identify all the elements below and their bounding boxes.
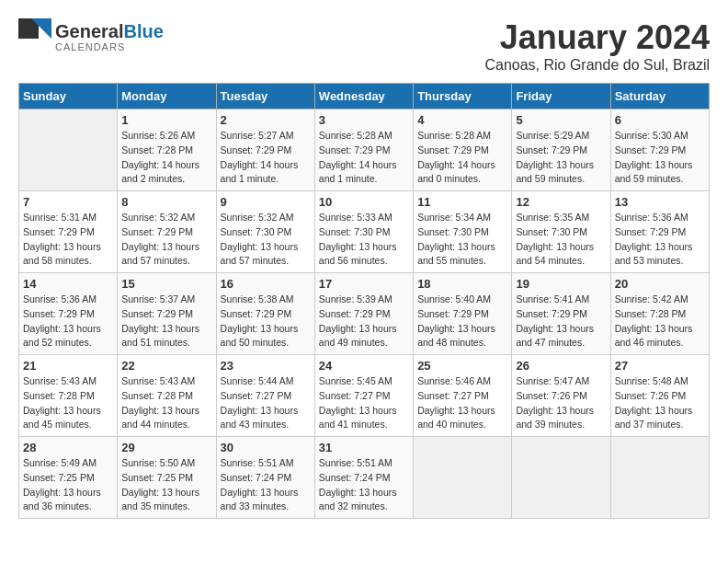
logo: GeneralBlue CALENDARS <box>18 18 164 55</box>
day-info: Sunrise: 5:44 AMSunset: 7:27 PMDaylight:… <box>221 374 311 432</box>
day-number: 4 <box>417 113 507 127</box>
day-cell: 26Sunrise: 5:47 AMSunset: 7:26 PMDayligh… <box>512 355 610 437</box>
day-info: Sunrise: 5:37 AMSunset: 7:29 PMDaylight:… <box>121 293 211 350</box>
day-info: Sunrise: 5:28 AMSunset: 7:29 PMDaylight:… <box>319 129 409 187</box>
day-number: 23 <box>221 359 311 373</box>
location-title: Canoas, Rio Grande do Sul, Brazil <box>484 57 710 74</box>
page-header: GeneralBlue CALENDARS January 2024 Canoa… <box>18 18 710 74</box>
day-cell: 16Sunrise: 5:38 AMSunset: 7:29 PMDayligh… <box>216 273 314 355</box>
day-info: Sunrise: 5:31 AMSunset: 7:29 PMDaylight:… <box>23 211 113 269</box>
day-info: Sunrise: 5:50 AMSunset: 7:25 PMDaylight:… <box>121 456 211 514</box>
day-cell: 24Sunrise: 5:45 AMSunset: 7:27 PMDayligh… <box>314 355 413 437</box>
day-info: Sunrise: 5:48 AMSunset: 7:26 PMDaylight:… <box>615 374 705 432</box>
logo-general: General <box>55 21 123 41</box>
day-number: 31 <box>319 441 409 454</box>
day-number: 3 <box>319 113 409 127</box>
day-info: Sunrise: 5:43 AMSunset: 7:28 PMDaylight:… <box>23 374 113 432</box>
day-cell: 22Sunrise: 5:43 AMSunset: 7:28 PMDayligh… <box>118 355 216 437</box>
weekday-header-tuesday: Tuesday <box>216 84 314 109</box>
title-section: January 2024 Canoas, Rio Grande do Sul, … <box>484 18 710 74</box>
week-row-2: 7Sunrise: 5:31 AMSunset: 7:29 PMDaylight… <box>19 191 710 273</box>
day-info: Sunrise: 5:47 AMSunset: 7:26 PMDaylight:… <box>516 374 606 432</box>
day-info: Sunrise: 5:34 AMSunset: 7:30 PMDaylight:… <box>417 211 507 269</box>
day-info: Sunrise: 5:46 AMSunset: 7:27 PMDaylight:… <box>417 374 507 432</box>
day-number: 26 <box>516 359 606 373</box>
day-number: 28 <box>23 441 113 454</box>
day-cell <box>414 437 512 519</box>
day-info: Sunrise: 5:49 AMSunset: 7:25 PMDaylight:… <box>23 456 113 514</box>
day-info: Sunrise: 5:40 AMSunset: 7:29 PMDaylight:… <box>417 293 507 350</box>
day-number: 18 <box>417 277 507 291</box>
weekday-header-wednesday: Wednesday <box>314 84 413 109</box>
day-cell: 21Sunrise: 5:43 AMSunset: 7:28 PMDayligh… <box>19 355 118 437</box>
day-number: 20 <box>615 277 705 291</box>
day-number: 24 <box>319 359 409 373</box>
day-info: Sunrise: 5:38 AMSunset: 7:29 PMDaylight:… <box>221 293 311 350</box>
day-info: Sunrise: 5:45 AMSunset: 7:27 PMDaylight:… <box>319 374 409 432</box>
day-number: 1 <box>121 113 211 127</box>
day-info: Sunrise: 5:42 AMSunset: 7:28 PMDaylight:… <box>615 293 705 350</box>
day-cell: 20Sunrise: 5:42 AMSunset: 7:28 PMDayligh… <box>610 273 709 355</box>
day-cell: 4Sunrise: 5:28 AMSunset: 7:29 PMDaylight… <box>414 109 512 191</box>
week-row-1: 1Sunrise: 5:26 AMSunset: 7:28 PMDaylight… <box>19 109 710 191</box>
day-info: Sunrise: 5:35 AMSunset: 7:30 PMDaylight:… <box>516 211 606 269</box>
day-cell: 15Sunrise: 5:37 AMSunset: 7:29 PMDayligh… <box>118 273 216 355</box>
day-number: 2 <box>221 113 311 127</box>
day-info: Sunrise: 5:30 AMSunset: 7:29 PMDaylight:… <box>615 129 705 187</box>
weekday-header-thursday: Thursday <box>414 84 512 109</box>
day-cell: 11Sunrise: 5:34 AMSunset: 7:30 PMDayligh… <box>414 191 512 273</box>
day-number: 13 <box>615 195 705 209</box>
day-cell: 31Sunrise: 5:51 AMSunset: 7:24 PMDayligh… <box>314 437 413 519</box>
day-cell: 3Sunrise: 5:28 AMSunset: 7:29 PMDaylight… <box>314 109 413 191</box>
weekday-header-row: SundayMondayTuesdayWednesdayThursdayFrid… <box>19 84 710 109</box>
day-info: Sunrise: 5:51 AMSunset: 7:24 PMDaylight:… <box>221 456 311 514</box>
day-cell: 9Sunrise: 5:32 AMSunset: 7:30 PMDaylight… <box>216 191 314 273</box>
day-number: 7 <box>23 195 113 209</box>
week-row-5: 28Sunrise: 5:49 AMSunset: 7:25 PMDayligh… <box>19 437 710 519</box>
day-info: Sunrise: 5:33 AMSunset: 7:30 PMDaylight:… <box>319 211 409 269</box>
weekday-header-monday: Monday <box>118 84 216 109</box>
day-number: 10 <box>319 195 409 209</box>
day-cell: 14Sunrise: 5:36 AMSunset: 7:29 PMDayligh… <box>19 273 118 355</box>
day-info: Sunrise: 5:32 AMSunset: 7:30 PMDaylight:… <box>221 211 311 269</box>
weekday-header-friday: Friday <box>512 84 610 109</box>
day-cell: 10Sunrise: 5:33 AMSunset: 7:30 PMDayligh… <box>314 191 413 273</box>
day-info: Sunrise: 5:41 AMSunset: 7:29 PMDaylight:… <box>516 293 606 350</box>
day-cell <box>610 437 709 519</box>
day-cell: 17Sunrise: 5:39 AMSunset: 7:29 PMDayligh… <box>314 273 413 355</box>
month-title: January 2024 <box>484 18 710 57</box>
day-info: Sunrise: 5:43 AMSunset: 7:28 PMDaylight:… <box>121 374 211 432</box>
day-cell: 12Sunrise: 5:35 AMSunset: 7:30 PMDayligh… <box>512 191 610 273</box>
logo-tagline: CALENDARS <box>55 41 164 52</box>
day-cell: 23Sunrise: 5:44 AMSunset: 7:27 PMDayligh… <box>216 355 314 437</box>
day-number: 25 <box>417 359 507 373</box>
logo-blue: Blue <box>123 21 163 41</box>
day-number: 8 <box>121 195 211 209</box>
day-number: 12 <box>516 195 606 209</box>
day-cell: 5Sunrise: 5:29 AMSunset: 7:29 PMDaylight… <box>512 109 610 191</box>
day-number: 11 <box>417 195 507 209</box>
day-cell: 28Sunrise: 5:49 AMSunset: 7:25 PMDayligh… <box>19 437 118 519</box>
day-info: Sunrise: 5:36 AMSunset: 7:29 PMDaylight:… <box>615 211 705 269</box>
day-number: 19 <box>516 277 606 291</box>
day-cell: 6Sunrise: 5:30 AMSunset: 7:29 PMDaylight… <box>610 109 709 191</box>
weekday-header-saturday: Saturday <box>610 84 709 109</box>
day-info: Sunrise: 5:29 AMSunset: 7:29 PMDaylight:… <box>516 129 606 187</box>
day-number: 29 <box>121 441 211 454</box>
day-number: 6 <box>615 113 705 127</box>
day-info: Sunrise: 5:36 AMSunset: 7:29 PMDaylight:… <box>23 293 113 350</box>
day-number: 5 <box>516 113 606 127</box>
day-cell: 8Sunrise: 5:32 AMSunset: 7:29 PMDaylight… <box>118 191 216 273</box>
day-number: 15 <box>121 277 211 291</box>
day-info: Sunrise: 5:28 AMSunset: 7:29 PMDaylight:… <box>417 129 507 187</box>
day-cell: 13Sunrise: 5:36 AMSunset: 7:29 PMDayligh… <box>610 191 709 273</box>
day-number: 16 <box>221 277 311 291</box>
week-row-4: 21Sunrise: 5:43 AMSunset: 7:28 PMDayligh… <box>19 355 710 437</box>
day-info: Sunrise: 5:39 AMSunset: 7:29 PMDaylight:… <box>319 293 409 350</box>
day-cell <box>512 437 610 519</box>
day-number: 27 <box>615 359 705 373</box>
day-info: Sunrise: 5:26 AMSunset: 7:28 PMDaylight:… <box>121 129 211 187</box>
day-info: Sunrise: 5:32 AMSunset: 7:29 PMDaylight:… <box>121 211 211 269</box>
day-cell: 27Sunrise: 5:48 AMSunset: 7:26 PMDayligh… <box>610 355 709 437</box>
day-cell: 30Sunrise: 5:51 AMSunset: 7:24 PMDayligh… <box>216 437 314 519</box>
